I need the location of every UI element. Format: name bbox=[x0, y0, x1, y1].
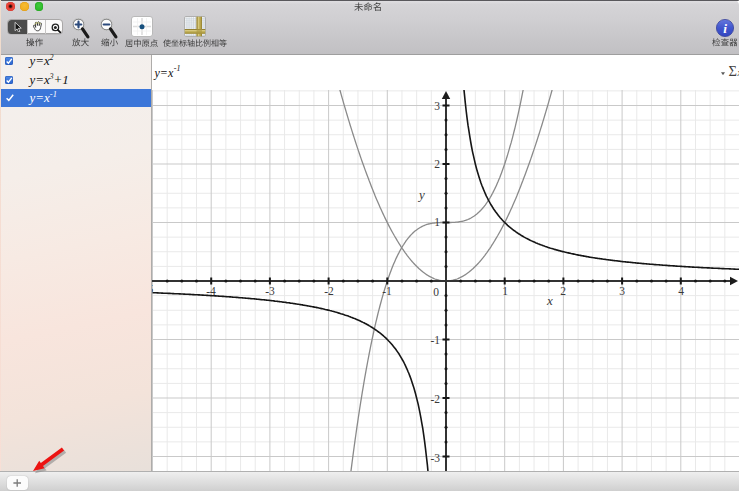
svg-text:y: y bbox=[417, 187, 425, 202]
svg-text:1: 1 bbox=[434, 216, 440, 228]
svg-text:-3: -3 bbox=[265, 285, 275, 297]
svg-text:1: 1 bbox=[502, 285, 508, 297]
svg-text:2: 2 bbox=[434, 158, 440, 170]
svg-text:0: 0 bbox=[433, 286, 439, 298]
svg-text:2: 2 bbox=[560, 285, 566, 297]
svg-text:-2: -2 bbox=[430, 393, 440, 405]
svg-text:-2: -2 bbox=[324, 285, 334, 297]
svg-text:-4: -4 bbox=[206, 285, 216, 297]
svg-text:4: 4 bbox=[678, 285, 684, 297]
svg-text:-1: -1 bbox=[430, 334, 440, 346]
svg-text:3: 3 bbox=[619, 285, 625, 297]
svg-text:i: i bbox=[723, 21, 727, 36]
svg-text:-1: -1 bbox=[382, 285, 392, 297]
svg-text:-3: -3 bbox=[430, 452, 440, 464]
svg-text:3: 3 bbox=[434, 100, 440, 112]
svg-text:x: x bbox=[546, 293, 553, 308]
